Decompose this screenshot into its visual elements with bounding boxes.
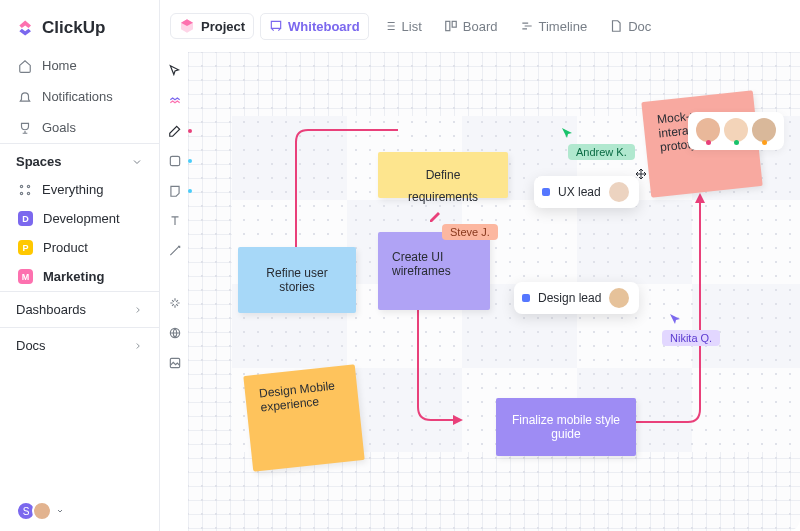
tab-whiteboard[interactable]: Whiteboard bbox=[260, 13, 369, 40]
nav-notifications[interactable]: Notifications bbox=[0, 81, 159, 112]
tab-board-label: Board bbox=[463, 19, 498, 34]
user-tag-steve: Steve J. bbox=[442, 224, 498, 240]
cursor-tool-icon[interactable] bbox=[168, 64, 182, 78]
shape-tool-icon[interactable] bbox=[168, 154, 182, 168]
svg-rect-6 bbox=[170, 156, 179, 165]
bell-icon bbox=[18, 90, 32, 104]
presence-avatar bbox=[696, 118, 720, 142]
nav-goals-label: Goals bbox=[42, 120, 76, 135]
move-handle-icon[interactable] bbox=[635, 168, 647, 180]
tab-timeline-label: Timeline bbox=[539, 19, 588, 34]
dashboards-label: Dashboards bbox=[16, 302, 86, 317]
user-avatar bbox=[32, 501, 52, 521]
space-everything[interactable]: Everything bbox=[0, 175, 159, 204]
status-dot bbox=[542, 188, 550, 196]
tab-doc[interactable]: Doc bbox=[601, 14, 659, 39]
space-everything-label: Everything bbox=[42, 182, 103, 197]
task-chip-ux-lead[interactable]: UX lead bbox=[534, 176, 639, 208]
docs-section[interactable]: Docs bbox=[0, 327, 159, 363]
pencil-icon bbox=[428, 208, 442, 222]
breadcrumb-label: Project bbox=[201, 19, 245, 34]
connector-tool-icon[interactable] bbox=[168, 244, 182, 258]
svg-rect-5 bbox=[452, 21, 456, 27]
assignee-avatar bbox=[609, 182, 629, 202]
note-refine-stories[interactable]: Refine user stories bbox=[238, 247, 356, 313]
nav-home-label: Home bbox=[42, 58, 77, 73]
cube-icon bbox=[179, 18, 195, 34]
tab-board[interactable]: Board bbox=[436, 14, 506, 39]
spaces-header-label: Spaces bbox=[16, 154, 62, 169]
space-product[interactable]: P Product bbox=[0, 233, 159, 262]
timeline-icon bbox=[520, 19, 534, 33]
space-badge: P bbox=[18, 240, 33, 255]
chevron-right-icon bbox=[133, 305, 143, 315]
nav-notifications-label: Notifications bbox=[42, 89, 113, 104]
tab-list[interactable]: List bbox=[375, 14, 430, 39]
trophy-icon bbox=[18, 121, 32, 135]
status-dot bbox=[522, 294, 530, 302]
pen-tool-icon[interactable] bbox=[168, 124, 182, 138]
task-chip-label: Design lead bbox=[538, 291, 601, 305]
space-development-label: Development bbox=[43, 211, 120, 226]
chevron-right-icon bbox=[133, 341, 143, 351]
main: Project Whiteboard List Board Timeline D… bbox=[160, 0, 800, 531]
cursor-icon-green bbox=[560, 126, 574, 140]
text-tool-icon[interactable] bbox=[168, 214, 182, 228]
space-marketing-label: Marketing bbox=[43, 269, 104, 284]
note-finalize-guide[interactable]: Finalize mobile style guide bbox=[496, 398, 636, 456]
svg-point-0 bbox=[20, 185, 22, 187]
sticky-tool-icon[interactable] bbox=[168, 184, 182, 198]
space-product-label: Product bbox=[43, 240, 88, 255]
tab-timeline[interactable]: Timeline bbox=[512, 14, 596, 39]
home-icon bbox=[18, 59, 32, 73]
tab-doc-label: Doc bbox=[628, 19, 651, 34]
space-badge: M bbox=[18, 269, 33, 284]
note-design-mobile[interactable]: Design Mobile experience bbox=[243, 364, 364, 471]
chevron-down-icon bbox=[56, 507, 64, 515]
svg-rect-8 bbox=[170, 358, 179, 367]
presence-avatar bbox=[752, 118, 776, 142]
svg-rect-4 bbox=[446, 21, 450, 30]
space-badge: D bbox=[18, 211, 33, 226]
brand-logo: ClickUp bbox=[0, 0, 159, 50]
nav-goals[interactable]: Goals bbox=[0, 112, 159, 143]
sidebar: ClickUp Home Notifications Goals Spaces … bbox=[0, 0, 160, 531]
brand-name: ClickUp bbox=[42, 18, 105, 38]
cursor-icon-purple bbox=[668, 312, 682, 326]
clickup-tool-icon[interactable] bbox=[168, 94, 182, 108]
presence-avatar bbox=[724, 118, 748, 142]
dashboards-section[interactable]: Dashboards bbox=[0, 291, 159, 327]
toolstrip bbox=[160, 52, 188, 370]
clickup-logo-icon bbox=[16, 18, 36, 38]
nav-home[interactable]: Home bbox=[0, 50, 159, 81]
tab-whiteboard-label: Whiteboard bbox=[288, 19, 360, 34]
globe-tool-icon[interactable] bbox=[168, 326, 182, 340]
assignee-avatar bbox=[609, 288, 629, 308]
space-marketing[interactable]: M Marketing bbox=[0, 262, 159, 291]
spaces-header[interactable]: Spaces bbox=[0, 143, 159, 175]
topbar: Project Whiteboard List Board Timeline D… bbox=[160, 0, 800, 52]
tab-list-label: List bbox=[402, 19, 422, 34]
breadcrumb[interactable]: Project bbox=[170, 13, 254, 39]
user-tag-nikita: Nikita Q. bbox=[662, 330, 720, 346]
sparkle-tool-icon[interactable] bbox=[168, 296, 182, 310]
user-tag-andrew: Andrew K. bbox=[568, 144, 635, 160]
note-define-requirements[interactable]: Define requirements bbox=[378, 152, 508, 198]
task-chip-design-lead[interactable]: Design lead bbox=[514, 282, 639, 314]
grid-icon bbox=[18, 183, 32, 197]
svg-point-1 bbox=[27, 185, 29, 187]
task-chip-label: UX lead bbox=[558, 185, 601, 199]
whiteboard-icon bbox=[269, 19, 283, 33]
board-icon bbox=[444, 19, 458, 33]
user-presence[interactable]: S bbox=[16, 501, 64, 521]
presence-avatars[interactable] bbox=[688, 112, 784, 150]
list-icon bbox=[383, 19, 397, 33]
whiteboard-canvas[interactable]: Define requirements Refine user stories … bbox=[188, 52, 800, 531]
image-tool-icon[interactable] bbox=[168, 356, 182, 370]
docs-label: Docs bbox=[16, 338, 46, 353]
svg-point-3 bbox=[27, 192, 29, 194]
chevron-down-icon bbox=[131, 156, 143, 168]
space-development[interactable]: D Development bbox=[0, 204, 159, 233]
note-create-wireframes[interactable]: Create UI wireframes bbox=[378, 232, 490, 310]
doc-icon bbox=[609, 19, 623, 33]
